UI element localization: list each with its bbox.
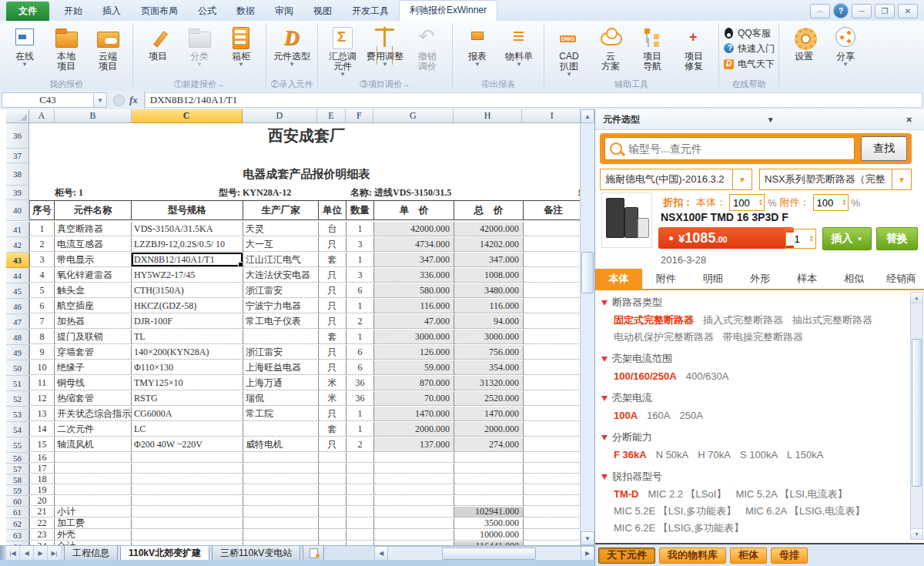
row-header-57[interactable]: 57: [6, 464, 29, 474]
cell[interactable]: [454, 485, 524, 495]
cell[interactable]: 17: [29, 464, 55, 474]
tab-样本[interactable]: 样本: [784, 269, 831, 289]
row-header-44[interactable]: 44: [6, 268, 29, 283]
row-header-47[interactable]: 47: [6, 314, 29, 330]
cell[interactable]: 热缩套管: [55, 391, 132, 406]
cell[interactable]: 36: [346, 376, 374, 390]
cell[interactable]: 瑞侃: [243, 391, 319, 406]
cell[interactable]: CG6000A: [132, 407, 243, 421]
cell[interactable]: 1: [346, 422, 374, 437]
row-header-59[interactable]: 59: [6, 485, 29, 496]
merged-cell[interactable]: 柜号: 1型号: KYN28A-12名称: 进线VDS-3150/31.5箱: [29, 186, 584, 199]
cell[interactable]: CTH(3150A): [132, 283, 243, 298]
cell[interactable]: 2: [346, 314, 374, 329]
row-header-48[interactable]: 48: [6, 330, 29, 345]
cell[interactable]: [346, 507, 374, 517]
cell[interactable]: 2000.000: [454, 422, 524, 437]
cell[interactable]: 347.000: [374, 253, 454, 267]
bom-button[interactable]: 物料单▼: [498, 22, 540, 68]
cell[interactable]: 提门及联锁: [55, 330, 132, 344]
cell[interactable]: 2520.000: [454, 391, 524, 406]
cell[interactable]: [524, 376, 584, 390]
cell[interactable]: Φ200 40W ~220V: [132, 437, 243, 452]
cell[interactable]: 1: [346, 253, 374, 267]
ribbon-collapse-button[interactable]: ︿: [810, 4, 830, 18]
row-header-51[interactable]: 51: [6, 376, 29, 391]
cell[interactable]: [524, 237, 584, 252]
next-sheet-icon[interactable]: ▶: [34, 546, 48, 561]
cell[interactable]: 只: [319, 299, 346, 313]
cell[interactable]: [524, 330, 584, 344]
cell[interactable]: [374, 507, 454, 517]
select-all-corner[interactable]: [6, 109, 29, 123]
horizontal-scroll-thumb[interactable]: [442, 548, 536, 560]
cell[interactable]: VDS-3150A/31.5KA: [132, 222, 243, 236]
cell[interactable]: [454, 464, 524, 474]
filter-option[interactable]: MIC 2.2 【LSoI】: [648, 486, 727, 502]
cell[interactable]: 42000.000: [374, 222, 454, 236]
search-box[interactable]: [604, 137, 855, 160]
cell[interactable]: 1470.000: [454, 407, 524, 421]
cell[interactable]: 94.000: [454, 314, 524, 329]
cell[interactable]: [132, 485, 243, 495]
cell[interactable]: [454, 474, 524, 484]
cell[interactable]: 米: [319, 376, 346, 390]
vertical-scroll-thumb[interactable]: [581, 252, 594, 293]
row-header-36[interactable]: 36: [6, 123, 29, 149]
scroll-left-icon[interactable]: ◀: [374, 546, 388, 561]
cell[interactable]: [524, 283, 584, 298]
cloud-project-button[interactable]: 云端项目: [87, 22, 129, 72]
product-image[interactable]: [601, 193, 652, 248]
cell[interactable]: Φ110×130: [132, 360, 243, 375]
online-button[interactable]: 在线▼: [4, 22, 45, 68]
cell[interactable]: 22: [29, 518, 55, 529]
horizontal-scrollbar[interactable]: ◀ ▶: [374, 546, 594, 561]
cell[interactable]: [319, 530, 346, 541]
cell[interactable]: [319, 485, 346, 495]
table-header-cell[interactable]: 元件名称: [55, 200, 132, 220]
cell[interactable]: 23: [29, 530, 55, 541]
cell[interactable]: [524, 299, 584, 313]
cell[interactable]: TMY125×10: [132, 376, 243, 390]
filter-option[interactable]: 固定式完整断路器: [614, 312, 694, 328]
cell[interactable]: [454, 496, 524, 506]
cell[interactable]: 加热器: [55, 314, 132, 329]
first-sheet-icon[interactable]: |◀: [6, 546, 20, 561]
cell[interactable]: [524, 518, 584, 529]
cell[interactable]: [346, 474, 374, 484]
cell[interactable]: 3: [346, 268, 374, 283]
cell[interactable]: 36: [346, 391, 374, 406]
cell[interactable]: 31320.000: [454, 376, 524, 390]
cell[interactable]: [55, 453, 132, 463]
cell[interactable]: 6: [346, 360, 374, 375]
insert-function-icon[interactable]: fx: [129, 94, 138, 106]
bottom-tab-柜体[interactable]: 柜体: [730, 548, 767, 564]
cell[interactable]: 126.000: [374, 345, 454, 360]
cell[interactable]: 铜母线: [55, 376, 132, 390]
cell[interactable]: 2: [29, 237, 55, 252]
tab-插入[interactable]: 插入: [92, 2, 131, 21]
cell[interactable]: [524, 360, 584, 375]
cell[interactable]: 开关状态综合指示: [55, 407, 132, 421]
tab-公式[interactable]: 公式: [188, 2, 226, 21]
tab-数据[interactable]: 数据: [226, 2, 265, 21]
filter-option[interactable]: S 100kA: [740, 447, 778, 463]
tab-外形[interactable]: 外形: [736, 269, 783, 289]
insert-worksheet-button[interactable]: [303, 546, 324, 561]
cell[interactable]: [55, 474, 132, 484]
cell[interactable]: 加工费: [55, 518, 132, 529]
cell[interactable]: 7: [29, 314, 55, 329]
cell[interactable]: [374, 485, 454, 495]
cell[interactable]: 19: [29, 485, 55, 495]
cell[interactable]: 9: [29, 345, 55, 360]
filter-option[interactable]: 抽出式完整断路器: [792, 312, 872, 328]
quantity-stepper[interactable]: ▲▼: [785, 229, 816, 249]
cell[interactable]: [55, 496, 132, 506]
row-header-39[interactable]: 39: [6, 186, 29, 200]
quick-start-button[interactable]: 快速入门: [723, 42, 775, 55]
cell[interactable]: [524, 253, 584, 267]
cell[interactable]: 347.000: [454, 253, 524, 267]
cell[interactable]: 3000.000: [454, 330, 524, 344]
cell[interactable]: 18: [29, 474, 55, 484]
cell[interactable]: [243, 485, 319, 495]
